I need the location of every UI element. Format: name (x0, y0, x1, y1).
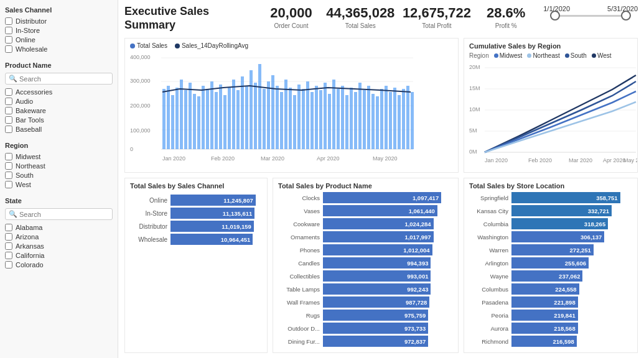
list-item[interactable]: Wholesale (5, 45, 113, 53)
list-item[interactable]: Distributor (5, 17, 113, 25)
slider-thumb-right[interactable] (621, 11, 631, 21)
svg-rect-14 (202, 86, 205, 149)
svg-rect-6 (167, 86, 170, 149)
list-item[interactable]: Accessories (5, 88, 113, 96)
region-dot-south (565, 53, 569, 58)
midwest-checkbox[interactable] (5, 153, 12, 160)
northeast-checkbox[interactable] (5, 162, 12, 170)
list-item[interactable]: Baseball (5, 126, 113, 133)
svg-rect-37 (302, 89, 305, 149)
list-item[interactable]: California (5, 252, 113, 259)
bar-value: 994,393 (407, 260, 428, 267)
list-item[interactable]: Bar Tools (5, 116, 113, 124)
accessories-checkbox[interactable] (5, 88, 12, 96)
online-checkbox[interactable] (5, 36, 12, 44)
arizona-checkbox[interactable] (5, 233, 12, 241)
bar-label: Clocks (278, 195, 323, 201)
instore-checkbox[interactable] (5, 27, 12, 34)
arkansas-checkbox[interactable] (5, 242, 12, 250)
slider-track[interactable] (550, 15, 631, 17)
list-item[interactable]: South (5, 172, 113, 179)
kpi-profit-pct-label: Profit % (495, 22, 517, 29)
bar-fill: 975,759 (323, 310, 428, 321)
state-search-input[interactable] (19, 211, 109, 218)
baseball-checkbox[interactable] (5, 126, 12, 133)
svg-rect-25 (250, 70, 253, 149)
list-item[interactable]: Arizona (5, 233, 113, 241)
y-axis-label: 400,000 (130, 54, 151, 60)
south-checkbox[interactable] (5, 172, 12, 179)
product-search-box[interactable]: 🔍 (5, 73, 113, 85)
list-item[interactable]: Online (5, 36, 113, 44)
table-row: Arlington 255,606 (469, 257, 632, 268)
bar-fill: 1,012,004 (323, 244, 432, 255)
svg-rect-47 (345, 95, 348, 149)
list-item[interactable]: Alabama (5, 224, 113, 231)
table-row: Springfield 358,751 (469, 192, 632, 203)
bar-value: 1,017,997 (404, 234, 431, 241)
store-chart-bars: Springfield 358,751 Kansas City 332,721 … (469, 192, 632, 347)
table-row: Warren 272,251 (469, 244, 632, 255)
wholesale-checkbox[interactable] (5, 45, 12, 53)
kpi-total-sales: 44,365,028 Total Sales (329, 5, 393, 29)
alabama-checkbox[interactable] (5, 224, 12, 231)
svg-rect-10 (184, 90, 187, 149)
list-item[interactable]: Audio (5, 98, 113, 105)
bar-label: Aurora (469, 325, 511, 332)
product-name-title: Product Name (5, 62, 113, 69)
list-item[interactable]: In-Store (5, 27, 113, 34)
table-row: Rugs 975,759 (278, 310, 453, 321)
list-item[interactable]: Midwest (5, 153, 113, 160)
bar-label: Kansas City (469, 208, 511, 214)
list-item[interactable]: Colorado (5, 261, 113, 268)
bar-label: Phones (278, 247, 323, 254)
bartools-checkbox[interactable] (5, 116, 12, 124)
svg-text:5M: 5M (469, 127, 477, 134)
bar-fill: 992,243 (323, 283, 431, 295)
svg-rect-35 (293, 95, 296, 149)
slider-thumb-left[interactable] (550, 11, 560, 21)
legend-label-total-sales: Total Sales (137, 42, 167, 49)
bar-value: 272,251 (570, 247, 591, 254)
date-range-slider[interactable] (550, 15, 631, 17)
region-section: Region Midwest Northeast South West (5, 142, 113, 188)
list-item[interactable]: Arkansas (5, 242, 113, 250)
bar-label: Outdoor D... (278, 325, 323, 332)
bar-wrap: 973,733 (323, 323, 453, 334)
sales-channel-section: Sales Channel Distributor In-Store Onlin… (5, 6, 113, 53)
svg-rect-28 (263, 89, 266, 149)
table-row: Candles 994,393 (278, 257, 453, 268)
table-row: Outdoor D... 973,733 (278, 323, 453, 334)
bar-label: Wayne (469, 273, 511, 280)
svg-rect-55 (380, 89, 383, 149)
bar-value: 987,728 (406, 299, 427, 306)
product-search-input[interactable] (19, 75, 109, 83)
list-item[interactable]: West (5, 181, 113, 188)
bar-label: Vases (278, 208, 323, 214)
west-checkbox[interactable] (5, 181, 12, 188)
legend-rolling-avg: Sales_14DayRollingAvg (175, 42, 248, 49)
bar-value: 237,062 (559, 273, 580, 280)
kpi-total-profit-label: Total Profit (422, 22, 451, 29)
svg-rect-27 (258, 64, 261, 149)
distributor-checkbox[interactable] (5, 17, 12, 25)
state-search-box[interactable]: 🔍 (5, 208, 113, 220)
california-checkbox[interactable] (5, 252, 12, 259)
colorado-checkbox[interactable] (5, 261, 12, 268)
svg-rect-42 (324, 83, 327, 149)
audio-checkbox[interactable] (5, 98, 12, 105)
bar-value: 255,606 (565, 260, 586, 267)
cumulative-chart-title: Cumulative Sales by Region (469, 42, 632, 50)
bar-wrap: 1,012,004 (323, 244, 453, 255)
bar-value: 219,841 (554, 312, 575, 319)
kpi-profit-pct-value: 28.6% (487, 5, 525, 21)
product-chart-panel: Total Sales by Product Name Clocks 1,097… (273, 178, 459, 353)
legend-label-rolling-avg: Sales_14DayRollingAvg (182, 42, 248, 49)
list-item[interactable]: Bakeware (5, 107, 113, 114)
svg-rect-58 (393, 88, 396, 149)
bakeware-checkbox[interactable] (5, 107, 12, 114)
svg-rect-21 (232, 80, 235, 149)
list-item[interactable]: Northeast (5, 162, 113, 170)
bar-label: Ornaments (278, 234, 323, 241)
svg-rect-60 (402, 89, 405, 149)
